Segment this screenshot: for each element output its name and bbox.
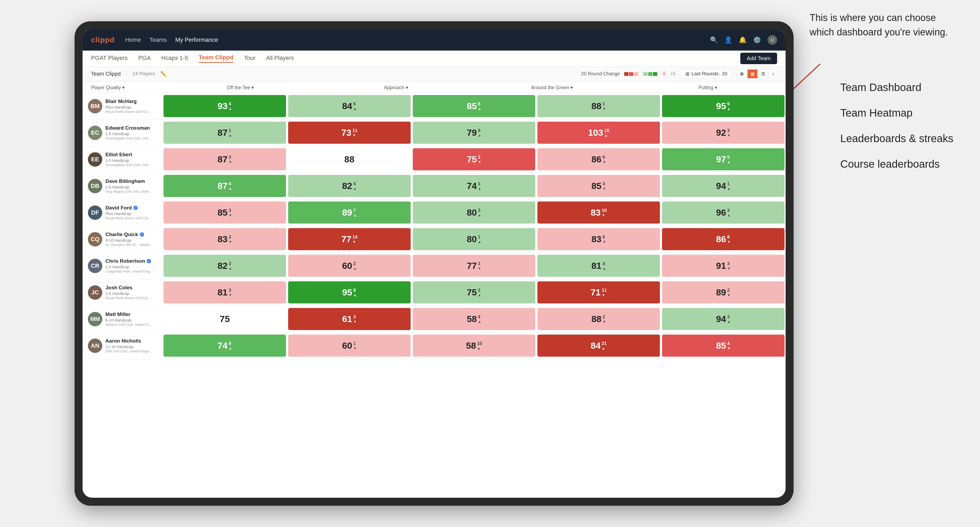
tab-pga[interactable]: PGA (138, 55, 151, 62)
table-row[interactable]: BM Blair McHarg Plus Handicap Royal Nort… (83, 93, 786, 119)
search-icon[interactable]: 🔍 (710, 36, 718, 44)
player-details: Edward Crossman 1-5 Handicap Sunningdale… (105, 125, 158, 140)
view-icons: ⊞ ▦ ☰ ↕ (737, 70, 777, 78)
heatmap-view-button[interactable]: ▦ (748, 70, 757, 78)
score-cell-approach: 77 3 ▼ (413, 255, 535, 277)
edit-icon[interactable]: ✏️ (160, 71, 167, 77)
player-avatar: JC (88, 285, 102, 300)
nav-logo: clippd (91, 36, 115, 44)
score-cell-quality: 74 8 ▲ (164, 335, 286, 357)
score-cell-quality: 81 3 ▼ (164, 281, 286, 303)
add-team-button[interactable]: Add Team (740, 53, 777, 64)
player-handicap: 6-10 Handicap (105, 238, 158, 243)
score-cell-approach: 75 3 ▼ (413, 148, 535, 170)
score-cell-putting: 86 8 ▼ (662, 228, 784, 250)
sidebar-item-course-leaderboards[interactable]: Course leaderboards (840, 151, 953, 177)
annotation-text: This is where you can choose which dashb… (810, 11, 948, 40)
score-cell-approach: 80 1 ▲ (413, 228, 535, 250)
player-handicap: 6-10 Handicap (105, 318, 158, 322)
tab-tour[interactable]: Tour (244, 55, 255, 62)
sidebar-item-leaderboards[interactable]: Leaderboards & streaks (840, 125, 953, 151)
table-row[interactable]: JC Josh Coles 1-5 Handicap Royal North D… (83, 279, 786, 306)
score-cell-around_green: 83 10 ▼ (538, 202, 660, 224)
score-cell-off_tee: 77 14 ▼ (288, 228, 410, 250)
player-details: Elliot Ebert 1-5 Handicap Sunningdale Go… (105, 152, 158, 167)
score-cell-approach: 75 2 ▲ (413, 281, 535, 303)
off-tee-col-header[interactable]: Off the Tee ▾ (162, 85, 318, 90)
sidebar-labels: Team Dashboard Team Heatmap Leaderboards… (840, 75, 953, 177)
player-name: Edward Crossman (105, 125, 158, 131)
list-view-button[interactable]: ☰ (759, 70, 768, 78)
around-green-col-header[interactable]: Around the Green ▾ (474, 85, 630, 90)
score-cell-around_green: 84 21 ▲ (538, 335, 660, 357)
nav-my-performance[interactable]: My Performance (175, 37, 218, 43)
nav-links: Home Teams My Performance (125, 37, 710, 43)
score-cell-putting: 92 3 ▼ (662, 122, 784, 144)
sub-header: Team Clippd | 14 Players ✏️ 20 Round Cha… (83, 67, 786, 81)
last-rounds-button[interactable]: ⊞ Last Rounds: 20 (681, 69, 732, 79)
putting-col-header[interactable]: Putting ▾ (630, 85, 786, 90)
player-handicap: Plus Handicap (105, 211, 158, 216)
score-cell-around_green: 86 6 ▼ (538, 148, 660, 170)
score-cell-quality: 75 (164, 308, 286, 330)
tab-pgat[interactable]: PGAT Players (91, 55, 127, 62)
verified-icon: ✓ (147, 259, 151, 263)
player-name: David Ford ✓ (105, 205, 158, 211)
player-name: Matt Miller (105, 311, 158, 317)
bell-icon[interactable]: 🔔 (739, 36, 747, 44)
settings-icon[interactable]: ⚙️ (753, 36, 761, 44)
player-count: 14 Players (132, 71, 155, 77)
user-avatar[interactable]: U (767, 35, 777, 45)
profile-icon[interactable]: 👤 (724, 36, 732, 44)
table-row[interactable]: EE Elliot Ebert 1-5 Handicap Sunningdale… (83, 146, 786, 173)
tab-team-clippd[interactable]: Team Clippd (199, 54, 233, 63)
player-handicap: 1-5 Handicap (105, 132, 158, 136)
player-details: David Ford ✓ Plus Handicap Royal North D… (105, 205, 158, 220)
player-avatar: CQ (88, 232, 102, 246)
player-details: Aaron Nicholls 11-15 Handicap Drift Golf… (105, 338, 158, 353)
player-info: JC Josh Coles 1-5 Handicap Royal North D… (83, 285, 162, 300)
tab-hcaps[interactable]: Hcaps 1-5 (161, 55, 188, 62)
score-cell-off_tee: 60 1 ▼ (288, 335, 410, 357)
verified-icon: ✓ (134, 206, 138, 210)
score-cells: 87 4 ▲ 82 4 ▲ 74 1 ▲ (162, 173, 786, 199)
table-row[interactable]: CQ Charlie Quick ✓ 6-10 Handicap St. Geo… (83, 226, 786, 252)
score-cell-around_green: 88 1 ▼ (538, 95, 660, 117)
annotation-content: This is where you can choose which dashb… (810, 12, 948, 38)
score-cell-off_tee: 73 11 ▼ (288, 122, 410, 144)
score-cells: 74 8 ▲ 60 1 ▼ 58 10 ▲ (162, 332, 786, 359)
player-name: Elliot Ebert (105, 152, 158, 157)
player-info: EE Elliot Ebert 1-5 Handicap Sunningdale… (83, 152, 162, 167)
table-row[interactable]: CR Chris Robertson ✓ 1-5 Handicap Craigm… (83, 252, 786, 279)
score-cells: 75 61 3 ▼ 58 4 ▲ 88 (162, 306, 786, 332)
table-row[interactable]: AN Aaron Nicholls 11-15 Handicap Drift G… (83, 332, 786, 359)
approach-col-header[interactable]: Approach ▾ (318, 85, 474, 90)
player-handicap: 1-5 Handicap (105, 291, 158, 296)
player-details: Chris Robertson ✓ 1-5 Handicap Craigmill… (105, 258, 158, 273)
column-headers: Player Quality ▾ Off the Tee ▾ Approach … (83, 81, 786, 93)
team-name: Team Clippd (91, 71, 121, 77)
player-avatar: BM (88, 99, 102, 113)
player-name: Josh Coles (105, 285, 158, 290)
table-row[interactable]: DB Dave Billingham 1-5 Handicap Gog Mago… (83, 173, 786, 199)
player-handicap: 1-5 Handicap (105, 185, 158, 189)
score-cells: 85 3 ▼ 89 7 ▲ 80 3 ▲ (162, 199, 786, 226)
filter-icon: ⊞ (686, 71, 689, 77)
player-club: Craigmillar Park, United Kingdom (105, 269, 153, 273)
player-info: MM Matt Miller 6-10 Handicap Woburn Golf… (83, 311, 162, 327)
grid-view-button[interactable]: ⊞ (737, 70, 746, 78)
table-row[interactable]: MM Matt Miller 6-10 Handicap Woburn Golf… (83, 306, 786, 332)
score-cell-putting: 94 1 ▲ (662, 175, 784, 197)
tab-all-players[interactable]: All Players (266, 55, 294, 62)
player-col-header[interactable]: Player Quality ▾ (83, 85, 162, 90)
sort-button[interactable]: ↕ (769, 70, 777, 78)
nav-teams[interactable]: Teams (150, 37, 167, 43)
table-row[interactable]: EC Edward Crossman 1-5 Handicap Sunningd… (83, 119, 786, 146)
table-row[interactable]: DF David Ford ✓ Plus Handicap Royal Nort… (83, 199, 786, 226)
score-cell-putting: 89 2 ▼ (662, 281, 784, 303)
score-cell-quality: 87 3 ▼ (164, 148, 286, 170)
player-avatar: CR (88, 259, 102, 273)
nav-home[interactable]: Home (125, 37, 141, 43)
sidebar-item-team-heatmap[interactable]: Team Heatmap (840, 100, 953, 125)
sidebar-item-team-dashboard[interactable]: Team Dashboard (840, 75, 953, 100)
